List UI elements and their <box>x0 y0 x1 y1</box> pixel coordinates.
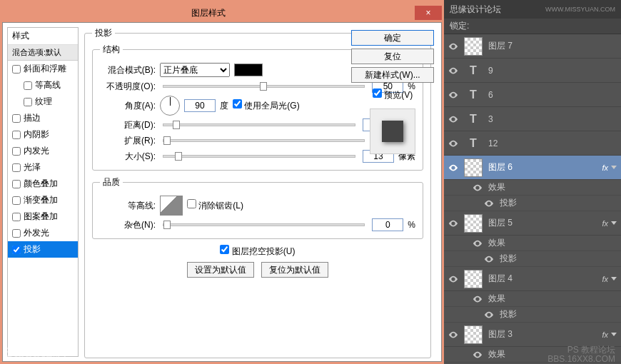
layer-name: 图层 6 <box>488 161 513 173</box>
layer-row[interactable]: T6 <box>444 83 621 107</box>
visibility-icon[interactable] <box>448 41 458 51</box>
spread-slider[interactable] <box>163 139 365 142</box>
sidebar-item-外发光[interactable]: 外发光 <box>8 225 78 241</box>
sidebar-item-光泽[interactable]: 光泽 <box>8 159 78 176</box>
fx-badge[interactable]: fx <box>602 163 617 172</box>
sidebar-item-内阴影[interactable]: 内阴影 <box>8 126 78 143</box>
text-layer-icon: T <box>464 110 483 128</box>
fx-badge[interactable]: fx <box>602 330 617 339</box>
distance-slider[interactable] <box>163 123 355 126</box>
layer-row[interactable]: 图层 7 <box>444 34 621 59</box>
noise-label: 杂色(N): <box>100 219 156 231</box>
layer-name: 6 <box>488 90 493 100</box>
layer-row[interactable]: T9 <box>444 59 621 83</box>
sidebar-item-图案叠加[interactable]: 图案叠加 <box>8 208 78 225</box>
visibility-icon[interactable] <box>448 66 458 76</box>
layer-thumbnail <box>464 325 483 344</box>
layer-name: 图层 3 <box>488 328 513 340</box>
structure-legend: 结构 <box>100 44 123 56</box>
sidebar-item-描边[interactable]: 描边 <box>8 110 78 126</box>
panel-url: WWW.MISSYUAN.COM <box>545 6 615 13</box>
style-sidebar: 样式 混合选项:默认 斜面和浮雕等高线纹理描边内阴影内发光光泽颜色叠加渐变叠加图… <box>7 27 79 357</box>
contour-picker[interactable] <box>160 196 183 216</box>
layer-row[interactable]: 图层 6fx <box>444 156 621 180</box>
text-layer-icon: T <box>464 134 483 153</box>
size-slider[interactable] <box>163 155 355 158</box>
visibility-icon[interactable] <box>448 114 458 124</box>
sidebar-item-斜面和浮雕[interactable]: 斜面和浮雕 <box>8 61 78 77</box>
fx-badge[interactable]: fx <box>602 275 617 283</box>
layer-name: 12 <box>488 138 498 148</box>
effect-group[interactable]: 效果 <box>444 236 621 251</box>
effect-group[interactable]: 效果 <box>444 291 621 307</box>
visibility-icon[interactable] <box>473 183 483 193</box>
blend-mode-select[interactable]: 正片叠底 <box>160 63 230 77</box>
distance-label: 距离(D): <box>100 119 156 131</box>
visibility-icon[interactable] <box>484 254 494 264</box>
layer-name: 9 <box>488 66 493 76</box>
angle-label: 角度(A): <box>100 100 156 112</box>
visibility-icon[interactable] <box>448 163 458 173</box>
sidebar-header: 样式 <box>8 28 78 45</box>
angle-dial[interactable] <box>160 96 180 116</box>
noise-input[interactable] <box>372 218 403 231</box>
visibility-icon[interactable] <box>448 90 458 100</box>
opacity-slider[interactable] <box>163 85 365 88</box>
layer-row[interactable]: T12 <box>444 131 621 156</box>
global-light-checkbox[interactable]: 使用全局光(G) <box>233 99 300 112</box>
contour-label: 等高线: <box>100 200 156 212</box>
sidebar-item-内发光[interactable]: 内发光 <box>8 143 78 159</box>
angle-input[interactable] <box>184 99 216 112</box>
blend-mode-label: 混合模式(B): <box>100 64 156 76</box>
visibility-icon[interactable] <box>473 294 483 304</box>
effect-group[interactable]: 效果 <box>444 180 621 196</box>
visibility-icon[interactable] <box>484 310 494 320</box>
quality-legend: 品质 <box>100 176 123 188</box>
layer-name: 图层 7 <box>488 40 513 52</box>
layer-row[interactable]: 图层 3fx <box>444 323 621 347</box>
dialog-title: 图层样式 <box>2 7 415 19</box>
section-title: 投影 <box>92 27 115 39</box>
visibility-icon[interactable] <box>473 350 483 360</box>
visibility-icon[interactable] <box>448 218 458 228</box>
sidebar-item-投影[interactable]: 投影 <box>8 241 78 258</box>
visibility-icon[interactable] <box>448 138 458 148</box>
watermark-right2: BBS.16XX8.COM <box>547 355 615 364</box>
fx-badge[interactable]: fx <box>602 219 617 228</box>
sidebar-item-纹理[interactable]: 纹理 <box>8 93 78 110</box>
antialias-checkbox[interactable]: 消除锯齿(L) <box>187 199 243 212</box>
shadow-color-swatch[interactable] <box>234 64 263 76</box>
effect-item[interactable]: 投影 <box>444 251 621 267</box>
effect-item[interactable]: 投影 <box>444 307 621 323</box>
visibility-icon[interactable] <box>473 238 483 248</box>
layer-name: 3 <box>488 114 493 124</box>
sidebar-blend-options[interactable]: 混合选项:默认 <box>8 45 78 61</box>
visibility-icon[interactable] <box>448 274 458 284</box>
set-default-button[interactable]: 设置为默认值 <box>187 262 254 278</box>
effect-item[interactable]: 投影 <box>444 196 621 211</box>
visibility-icon[interactable] <box>448 330 458 340</box>
preview-checkbox[interactable]: 预览(V) <box>351 89 434 101</box>
layer-row[interactable]: 图层 4fx <box>444 267 621 291</box>
layer-thumbnail <box>464 158 483 177</box>
sidebar-item-渐变叠加[interactable]: 渐变叠加 <box>8 192 78 208</box>
preview-box <box>370 108 415 154</box>
ok-button[interactable]: 确定 <box>351 30 434 46</box>
lock-label: 锁定: <box>450 20 469 32</box>
panel-title: 思缘设计论坛 <box>450 4 501 16</box>
visibility-icon[interactable] <box>484 198 494 208</box>
reset-button[interactable]: 复位 <box>351 49 434 64</box>
opacity-label: 不透明度(O): <box>100 81 156 93</box>
knockout-checkbox[interactable]: 图层挖空投影(U) <box>220 245 295 258</box>
layer-row[interactable]: T3 <box>444 107 621 131</box>
layer-row[interactable]: 图层 5fx <box>444 211 621 236</box>
new-style-button[interactable]: 新建样式(W)... <box>351 67 434 83</box>
noise-slider[interactable] <box>163 223 365 226</box>
text-layer-icon: T <box>464 86 483 104</box>
layer-name: 图层 5 <box>488 217 513 229</box>
reset-default-button[interactable]: 复位为默认值 <box>261 262 328 278</box>
layer-thumbnail <box>464 37 483 56</box>
sidebar-item-等高线[interactable]: 等高线 <box>8 77 78 93</box>
close-button[interactable]: × <box>415 6 442 20</box>
sidebar-item-颜色叠加[interactable]: 颜色叠加 <box>8 176 78 192</box>
